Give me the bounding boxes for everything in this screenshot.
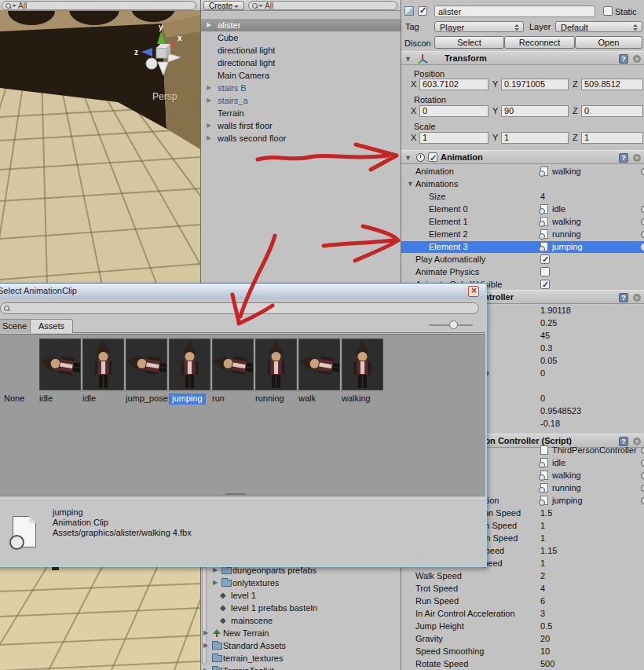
- hierarchy-item-main-camera[interactable]: Main Camera: [201, 69, 401, 82]
- tab-assets[interactable]: Assets: [30, 319, 73, 333]
- gear-icon[interactable]: [633, 55, 641, 63]
- clip-label-jumping[interactable]: jumping: [169, 394, 206, 405]
- animation-row-element-0[interactable]: Element 0idle: [401, 203, 644, 215]
- disclosure-triangle-icon[interactable]: ▶: [203, 665, 208, 670]
- hierarchy-item-walls-second-floor[interactable]: ▶walls second floor: [201, 132, 401, 145]
- thumbnail-size-slider[interactable]: [429, 324, 473, 328]
- hierarchy-item-directional-light[interactable]: directional light: [201, 57, 401, 69]
- disclosure-triangle-icon[interactable]: ▶: [207, 119, 211, 132]
- animation-row-element-2[interactable]: Element 2running: [401, 229, 644, 240]
- create-button[interactable]: Create: [203, 1, 244, 10]
- clip-thumbnail-jump-pose[interactable]: [126, 339, 167, 390]
- clip-label-running[interactable]: running: [255, 394, 284, 405]
- clip-thumbnail-run[interactable]: [212, 339, 254, 390]
- object-picker-icon[interactable]: [641, 243, 644, 251]
- checkbox[interactable]: [540, 267, 550, 276]
- tp-row-gravity[interactable]: Gravity20: [401, 633, 644, 645]
- tp-row-jump-height[interactable]: Jump Height0.5: [401, 621, 644, 632]
- disclosure-triangle-icon[interactable]: ▶: [203, 627, 208, 639]
- project-item-terraintoolkit[interactable]: ▶TerrainToolkit: [201, 665, 401, 670]
- tp-row-rotate-speed[interactable]: Rotate Speed500: [401, 658, 644, 670]
- transform-scale-y-field[interactable]: 1: [501, 132, 569, 144]
- select-button[interactable]: Select: [434, 36, 504, 49]
- object-picker-icon[interactable]: [641, 485, 644, 492]
- object-picker-icon[interactable]: [641, 472, 644, 479]
- transform-position-x-field[interactable]: 603.7102: [419, 79, 488, 90]
- clip-thumbnail-idle[interactable]: [82, 339, 124, 390]
- animation-header[interactable]: ▼ Animation: [401, 150, 644, 164]
- animation-row-element-3[interactable]: Element 3jumping: [401, 241, 644, 253]
- animation-row-play-automatically[interactable]: Play Automatically: [401, 254, 644, 265]
- foldout-arrow-icon[interactable]: ▼: [404, 53, 412, 66]
- tag-dropdown[interactable]: Player: [434, 21, 524, 32]
- clip-label-walk[interactable]: walk: [298, 394, 316, 405]
- transform-rotation-y-field[interactable]: 90: [501, 105, 569, 117]
- clip-label-idle[interactable]: idle: [82, 394, 96, 405]
- clip-label-none[interactable]: None: [4, 394, 24, 405]
- foldout-arrow-icon[interactable]: ▼: [407, 179, 414, 189]
- animation-row-animations[interactable]: ▼Animations: [401, 178, 644, 190]
- tp-row-in-air-control-acceleration[interactable]: In Air Control Acceleration3: [401, 608, 644, 620]
- clip-label-idle[interactable]: idle: [39, 394, 53, 405]
- hierarchy-item-alister[interactable]: ▶alister: [201, 19, 401, 31]
- animation-row-animation[interactable]: Animationwalking: [401, 166, 644, 178]
- clip-thumbnail-walk[interactable]: [298, 339, 340, 390]
- transform-rotation-x-field[interactable]: 0: [419, 105, 488, 117]
- clip-thumbnail-jumping[interactable]: [169, 339, 210, 390]
- help-icon[interactable]: [619, 54, 628, 64]
- animation-row-element-1[interactable]: Element 1walking: [401, 216, 644, 228]
- checkbox[interactable]: [540, 280, 550, 289]
- hierarchy-search-field[interactable]: All: [248, 1, 397, 10]
- tp-row-walk-speed[interactable]: Walk Speed2: [401, 570, 644, 582]
- project-item-onlytextures[interactable]: ▶onlytextures: [201, 577, 401, 589]
- gear-icon[interactable]: [633, 294, 641, 302]
- disclosure-triangle-icon[interactable]: ▶: [207, 19, 211, 31]
- tp-row-run-speed[interactable]: Run Speed6: [401, 595, 644, 607]
- project-item-standard-assets[interactable]: ▶Standard Assets: [201, 639, 401, 652]
- disclosure-triangle-icon[interactable]: ▶: [207, 94, 211, 107]
- project-item-level-1[interactable]: ◆level 1: [201, 589, 401, 602]
- clip-label-walking[interactable]: walking: [342, 394, 371, 405]
- hierarchy-item-stairs-b[interactable]: ▶stairs B: [201, 82, 401, 94]
- gameobject-name-field[interactable]: alister: [434, 5, 595, 17]
- dialog-search-field[interactable]: [0, 302, 479, 314]
- close-icon[interactable]: [468, 286, 479, 297]
- transform-position-y-field[interactable]: 0.1971005: [501, 79, 569, 90]
- hierarchy-item-walls-first-floor[interactable]: ▶walls first floor: [201, 119, 401, 132]
- static-checkbox[interactable]: [603, 6, 613, 16]
- foldout-arrow-icon[interactable]: ▼: [404, 152, 412, 165]
- clip-thumbnail-running[interactable]: [255, 339, 297, 390]
- dialog-titlebar[interactable]: Select AnimationClip: [0, 284, 485, 299]
- object-picker-icon[interactable]: [641, 218, 644, 225]
- clip-label-jump-pose[interactable]: jump_pose: [126, 394, 168, 405]
- object-picker-icon[interactable]: [641, 168, 644, 175]
- layer-dropdown[interactable]: Default: [555, 21, 642, 32]
- search-filter-dropdown-icon[interactable]: [258, 5, 263, 7]
- tp-row-speed-smoothing[interactable]: Speed Smoothing10: [401, 646, 644, 657]
- disclosure-triangle-icon[interactable]: ▶: [203, 639, 208, 652]
- object-picker-icon[interactable]: [641, 497, 644, 504]
- project-item-level-1-prefabs-basteln[interactable]: ◆level 1 prefabs basteln: [201, 602, 401, 614]
- disclosure-triangle-icon[interactable]: ▶: [213, 577, 218, 589]
- project-item-mainscene[interactable]: ◆mainscene: [201, 614, 401, 627]
- transform-header[interactable]: ▼ Transform: [401, 51, 644, 65]
- clip-label-run[interactable]: run: [212, 394, 225, 405]
- project-item-terrain-textures[interactable]: terrain_textures: [201, 652, 401, 665]
- object-picker-icon[interactable]: [641, 231, 644, 238]
- project-item-new-terrain[interactable]: ▶New Terrain: [201, 627, 401, 639]
- object-picker-icon[interactable]: [641, 447, 644, 454]
- help-icon[interactable]: [619, 153, 628, 163]
- search-filter-dropdown-icon[interactable]: [12, 5, 16, 7]
- help-icon[interactable]: [619, 293, 628, 302]
- transform-scale-x-field[interactable]: 1: [419, 132, 488, 144]
- scene-search-field[interactable]: All: [2, 1, 196, 10]
- checkbox[interactable]: [540, 254, 550, 264]
- transform-rotation-z-field[interactable]: 0: [581, 105, 643, 117]
- transform-scale-z-field[interactable]: 1: [581, 132, 643, 144]
- animation-row-size[interactable]: Size4: [401, 191, 644, 203]
- hierarchy-item-directional-light[interactable]: directional light: [201, 44, 401, 57]
- camera-projection-label[interactable]: Persp: [152, 91, 177, 102]
- hierarchy-item-cube[interactable]: Cube: [201, 31, 401, 44]
- disclosure-triangle-icon[interactable]: ▶: [207, 82, 211, 94]
- open-button[interactable]: Open: [575, 36, 642, 49]
